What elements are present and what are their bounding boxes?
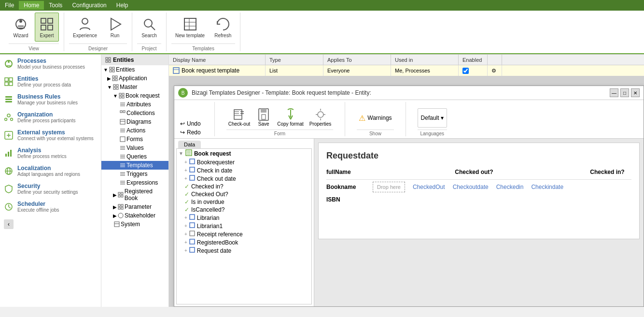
expert-icon bbox=[39, 16, 55, 32]
tree-node-entities[interactable]: ▼ Entities bbox=[101, 65, 168, 74]
data-tree-checked-out[interactable]: ✓ Checked Out? bbox=[177, 190, 311, 198]
form-drop-area[interactable]: Drop here bbox=[373, 182, 405, 192]
sidebar-item-external-systems[interactable]: External systems Connect with your exter… bbox=[0, 126, 101, 144]
bookrequester-icon bbox=[189, 158, 195, 166]
tree-node-stakeholder[interactable]: ▶ Stakeholder bbox=[101, 211, 168, 220]
data-tree-root[interactable]: ▼ Book request bbox=[177, 149, 311, 158]
tree-node-system[interactable]: System bbox=[101, 220, 168, 229]
tree-node-triggers[interactable]: Triggers bbox=[101, 170, 168, 178]
form-field-checkedin[interactable]: Checkedin bbox=[496, 184, 524, 190]
menu-help[interactable]: Help bbox=[112, 1, 133, 10]
sidebar-item-business-rules[interactable]: Business Rules Manage your business rule… bbox=[0, 90, 101, 108]
entity-table-header: Display Name Type Applies To Used in Ena… bbox=[169, 55, 644, 65]
expert-button[interactable]: Expert bbox=[35, 13, 59, 42]
save-button[interactable]: Save bbox=[254, 107, 273, 128]
form-field-checkin-date[interactable]: Checkindate bbox=[531, 184, 563, 190]
modal-controls: — □ ✕ bbox=[610, 88, 640, 97]
data-tree-request-date[interactable]: + Request date bbox=[177, 246, 311, 255]
wizard-button[interactable]: Wizard bbox=[9, 13, 33, 42]
enabled-checkbox[interactable] bbox=[462, 68, 469, 74]
cell-settings[interactable]: ⚙ bbox=[488, 65, 502, 76]
sidebar-item-processes[interactable]: Processes Model your business processes bbox=[0, 55, 101, 72]
tree-node-book-request[interactable]: ▼ Book request bbox=[101, 91, 168, 100]
menu-file[interactable]: File bbox=[0, 1, 19, 10]
modal-maximize-button[interactable]: □ bbox=[620, 88, 629, 97]
menu-home[interactable]: Home bbox=[19, 1, 44, 10]
data-tree-bookrequester[interactable]: + Bookrequester bbox=[177, 158, 311, 166]
data-tree-iscancelled[interactable]: ✓ IsCancelled? bbox=[177, 206, 311, 214]
svg-rect-123 bbox=[190, 175, 195, 180]
sidebar-item-entities[interactable]: Entities Define your process data bbox=[0, 72, 101, 90]
data-tree-checkout-date[interactable]: + Check out date bbox=[177, 174, 311, 183]
entity-table-row[interactable]: Book request template List Everyone Me, … bbox=[169, 65, 644, 76]
tree-node-parameter[interactable]: ▶ Parameter bbox=[101, 202, 168, 211]
undo-button[interactable]: ↩ Undo bbox=[178, 120, 203, 128]
data-tree-checkin-date[interactable]: + Check in date bbox=[177, 166, 311, 174]
sidebar-item-scheduler[interactable]: Scheduler Execute offline jobs bbox=[0, 198, 101, 216]
sidebar-item-analysis[interactable]: Analysis Define process metrics bbox=[0, 144, 101, 162]
tree-node-registered-book[interactable]: ▶ Registered Book bbox=[101, 187, 168, 202]
ribbon-group-designer-items: Experience Run bbox=[69, 13, 127, 43]
modal-content: Data ▼ Book request bbox=[174, 139, 644, 306]
new-template-button[interactable]: New template bbox=[171, 13, 209, 42]
tree-node-actions[interactable]: Actions bbox=[101, 126, 168, 135]
sidebar-item-localization[interactable]: Localization Adapt languages and regions bbox=[0, 162, 101, 180]
copy-format-button[interactable]: Copy format bbox=[275, 107, 305, 128]
tree-node-attributes[interactable]: Attributes bbox=[101, 100, 168, 109]
svg-point-1 bbox=[19, 20, 22, 23]
form-field-checkout-date[interactable]: Checkoutdate bbox=[453, 184, 489, 190]
svg-marker-9 bbox=[111, 18, 121, 30]
svg-rect-122 bbox=[190, 167, 195, 172]
menu-configuration[interactable]: Configuration bbox=[67, 1, 111, 10]
data-tree-is-overdue[interactable]: ✓ Is in overdue bbox=[177, 198, 311, 206]
data-tree-checked-in[interactable]: ✓ Checked in? bbox=[177, 183, 311, 190]
properties-button[interactable]: Properties bbox=[308, 107, 334, 128]
tree-node-forms[interactable]: Forms bbox=[101, 135, 168, 144]
data-tree-receipt[interactable]: + Receipt reference bbox=[177, 230, 311, 238]
form-group-label: Form bbox=[226, 130, 334, 136]
checkout-button[interactable]: Check-out bbox=[226, 107, 252, 128]
refresh-button[interactable]: Refresh bbox=[210, 13, 235, 42]
search-button[interactable]: Search bbox=[137, 13, 161, 42]
tree-node-expressions[interactable]: Expressions bbox=[101, 178, 168, 187]
data-tab[interactable]: Data bbox=[178, 141, 201, 148]
sidebar-item-security[interactable]: Security Define your security settings bbox=[0, 180, 101, 198]
svg-rect-94 bbox=[121, 207, 123, 209]
experience-button[interactable]: Experience bbox=[69, 13, 101, 42]
tree-node-values[interactable]: Values bbox=[101, 144, 168, 152]
tree-node-application-label: Application bbox=[119, 75, 147, 82]
data-tree-root-label: Book request bbox=[194, 150, 231, 157]
sidebar-collapse-button[interactable]: ‹ bbox=[4, 219, 14, 229]
data-tree-librarian1[interactable]: + Librarian1 bbox=[177, 222, 311, 230]
menu-tools[interactable]: Tools bbox=[44, 1, 67, 10]
tree-node-queries[interactable]: Queries bbox=[101, 152, 168, 161]
modal-close-button[interactable]: ✕ bbox=[631, 88, 640, 97]
tree-node-book-request-label: Book request bbox=[126, 92, 160, 99]
run-button[interactable]: Run bbox=[103, 13, 127, 42]
tree-node-templates[interactable]: Templates bbox=[101, 161, 168, 170]
tree-node-collections[interactable]: Collections bbox=[101, 109, 168, 117]
iscancelled-check-icon: ✓ bbox=[184, 206, 189, 213]
modal-ribbon: ↩ Undo ↪ Redo bbox=[174, 100, 644, 139]
warnings-button[interactable]: ⚠ Warnings bbox=[357, 108, 393, 128]
tree-node-diagrams[interactable]: Diagrams bbox=[101, 117, 168, 126]
data-tree-librarian[interactable]: + Librarian bbox=[177, 214, 311, 222]
tree-node-master[interactable]: ▼ Master bbox=[101, 83, 168, 91]
form-field-checked-out[interactable]: CheckedOut bbox=[413, 184, 445, 190]
default-dropdown-button[interactable]: Default ▾ bbox=[418, 108, 447, 128]
properties-label: Properties bbox=[309, 121, 332, 127]
data-tree-registered-book[interactable]: + RegisteredBook bbox=[177, 238, 311, 246]
main-layout: Processes Model your business processes … bbox=[0, 55, 644, 307]
modal-title-bar: B Bizagi Templates Designer - Template: … bbox=[174, 86, 644, 100]
svg-rect-21 bbox=[5, 82, 8, 86]
redo-button[interactable]: ↪ Redo bbox=[178, 129, 203, 136]
svg-rect-52 bbox=[115, 79, 117, 81]
sidebar-item-organization[interactable]: Organization Define process participants bbox=[0, 108, 101, 126]
modal-ribbon-undo-items: ↩ Undo ↪ Redo bbox=[178, 120, 203, 136]
bookrequester-expand-icon: + bbox=[184, 159, 187, 165]
tree-node-application[interactable]: ▶ Application bbox=[101, 74, 168, 83]
checkout-expand-icon: + bbox=[184, 176, 187, 181]
tree-node-attributes-label: Attributes bbox=[126, 101, 151, 108]
modal-minimize-button[interactable]: — bbox=[610, 88, 618, 97]
svg-rect-59 bbox=[119, 96, 121, 98]
